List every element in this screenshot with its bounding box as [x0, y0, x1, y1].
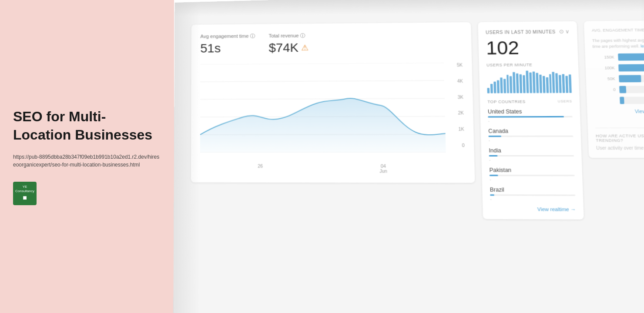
main-chart-panel: Avg engagement time ⓘ 51s Total revenue …: [191, 22, 475, 183]
h-bar-fill: [620, 97, 624, 104]
svg-line-1: [200, 80, 444, 82]
view-all-link[interactable]: View all pages →: [595, 109, 644, 114]
country-separator: -: [489, 138, 574, 143]
users-per-minute-label: USERS PER MINUTE: [486, 62, 571, 67]
users-header: USERS IN LAST 30 MINUTES ⊙ ∨: [486, 28, 570, 35]
h-bar-fill: [619, 75, 641, 83]
x-label-end: [446, 164, 446, 174]
country-name: India: [489, 147, 574, 154]
bottom-subtitle: User activity over time: [596, 146, 644, 151]
h-bar-row: [594, 97, 644, 104]
x-label-04: 04Jun: [379, 164, 387, 174]
bar-mini-item: [559, 75, 562, 93]
h-bar-track: [618, 64, 644, 71]
bar-mini-item: [520, 74, 523, 93]
country-bar-bg: [490, 194, 575, 196]
bar-mini-item: [565, 76, 568, 93]
h-bar-row: 50K: [594, 75, 644, 83]
bar-mini-item: [503, 79, 506, 93]
revenue-metric: Total revenue ⓘ $74K ⚠: [268, 33, 309, 55]
line-chart-svg: [200, 63, 446, 153]
country-row: Brazil -: [490, 186, 576, 202]
country-name: United States: [488, 108, 573, 115]
bar-mini-item: [562, 74, 565, 93]
y-label-0: 0: [462, 143, 464, 148]
left-panel: SEO for Multi-Location Businesses https:…: [0, 0, 174, 313]
bar-mini-item: [533, 71, 536, 93]
country-bar-bg: [488, 116, 573, 118]
warning-icon: ⚠: [301, 43, 309, 53]
country-bar-bg: [490, 175, 575, 176]
h-bar-label: 150K: [593, 55, 614, 60]
y-label-1k: 1K: [458, 127, 464, 132]
side-panel-description: The pages with highest avg. engagement t…: [592, 37, 644, 49]
h-bar-row: 100K: [593, 64, 644, 72]
analytics-wrapper: Avg engagement time ⓘ 51s Total revenue …: [173, 0, 644, 313]
users-count: 102: [486, 38, 570, 57]
bar-mini-item: [526, 71, 529, 93]
bar-mini-item: [529, 73, 532, 93]
engagement-metric: Avg engagement time ⓘ 51s: [200, 33, 255, 56]
logo-text: YE Consultancy: [13, 185, 37, 193]
bar-mini-item: [516, 73, 519, 93]
h-bar-fill: [618, 64, 644, 72]
bar-mini-item: [546, 77, 549, 93]
analytics-panels: Avg engagement time ⓘ 51s Total revenue …: [173, 0, 644, 313]
h-bar-track: [619, 75, 644, 82]
side-panel-title: Avg. engagement time by page: [592, 27, 644, 33]
svg-line-2: [200, 98, 445, 99]
x-axis-labels: 26 04Jun: [200, 161, 446, 173]
y-label-3k: 3K: [458, 95, 463, 100]
h-bar-fill: [618, 53, 644, 60]
logo-box: YE Consultancy ■: [13, 182, 37, 205]
bar-mini-item: [549, 74, 552, 93]
country-separator: -: [488, 118, 573, 123]
h-bar-row: 150K: [593, 53, 644, 61]
revenue-value: $74K: [268, 41, 299, 55]
revenue-label: Total revenue ⓘ: [268, 33, 309, 40]
learn-more-link[interactable]: learn more: [641, 43, 644, 48]
logo-icon: ■: [23, 194, 27, 202]
country-row: India -: [489, 147, 574, 163]
page-url: https://pub-8895dbba28b347f09eb1b991b10a…: [13, 153, 161, 169]
country-bar-fill: [489, 155, 498, 156]
bar-mini-item: [487, 88, 490, 93]
h-bar-track: [619, 86, 644, 93]
country-bar-fill: [490, 194, 494, 196]
page-title: SEO for Multi-Location Businesses: [13, 108, 161, 144]
country-row: Canada -: [488, 128, 574, 143]
bar-chart-mini: [486, 70, 571, 93]
bar-mini-item: [539, 75, 542, 93]
users-title: USERS IN LAST 30 MINUTES: [486, 29, 556, 35]
bar-mini-item: [523, 75, 526, 93]
country-bar-fill: [490, 175, 498, 176]
h-bar-row: 0: [594, 86, 644, 93]
country-name: Canada: [488, 128, 573, 134]
bar-mini-item: [510, 76, 513, 93]
users-header-icon[interactable]: ⊙ ∨: [559, 28, 570, 35]
country-bar-bg: [488, 136, 573, 137]
countries-list: United States - Canada - India - Pakista…: [488, 108, 576, 202]
x-label-26: 26: [258, 163, 263, 173]
horizontal-bar-chart: 150K 100K 50K 0: [593, 53, 644, 104]
svg-line-0: [200, 63, 444, 64]
country-name: Pakistan: [489, 167, 574, 173]
top-countries-label: TOP COUNTRIES: [487, 100, 525, 104]
engagement-value: 51s: [200, 41, 255, 56]
bar-mini-item: [506, 75, 510, 93]
chart-metrics: Avg engagement time ⓘ 51s Total revenue …: [200, 31, 462, 56]
h-bar-label: 100K: [593, 66, 615, 70]
y-label-5k: 5K: [457, 63, 463, 67]
right-side-panel: Avg. engagement time by page The pages w…: [584, 20, 644, 158]
engagement-label: Avg engagement time ⓘ: [200, 33, 255, 40]
country-name: Brazil: [490, 186, 575, 193]
h-bar-fill: [619, 86, 626, 93]
h-bar-track: [618, 53, 644, 60]
bar-mini-item: [493, 81, 496, 93]
country-separator: -: [490, 177, 575, 182]
line-chart-container: 5K 4K 3K 2K 1K 0: [200, 63, 465, 162]
view-realtime-link[interactable]: View realtime →: [490, 206, 576, 212]
country-separator: -: [489, 157, 574, 163]
bar-mini-item: [569, 74, 572, 93]
bar-mini-item: [536, 73, 539, 93]
